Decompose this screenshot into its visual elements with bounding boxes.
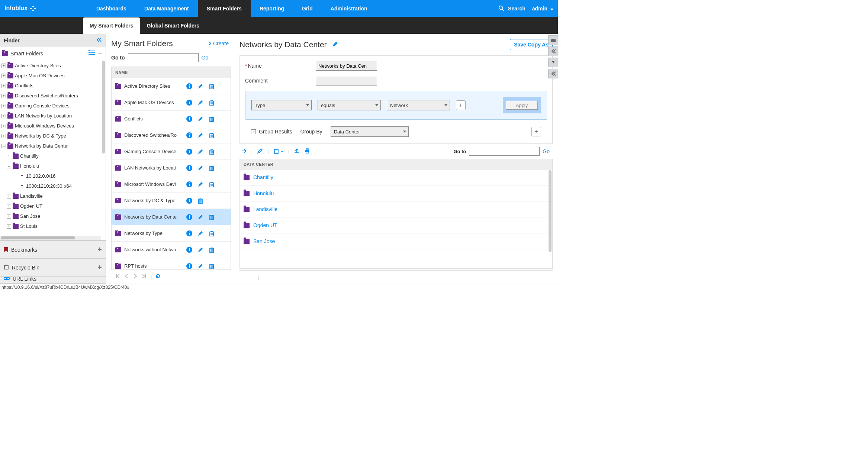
add-group-by-button[interactable]: +	[531, 127, 541, 136]
group-results-checkbox[interactable]: ✓	[251, 129, 256, 134]
result-row[interactable]: Chantilly	[240, 170, 552, 185]
edit-icon[interactable]	[197, 246, 204, 253]
tree-item[interactable]: +Active Directory Sites	[0, 61, 106, 71]
search-icon[interactable]	[499, 6, 504, 11]
info-icon[interactable]	[186, 230, 193, 237]
collapse-icon[interactable]: –	[1, 144, 6, 148]
collapse-all-icon[interactable]: –	[98, 52, 102, 55]
info-icon[interactable]	[186, 214, 193, 220]
result-link[interactable]: Honolulu	[253, 190, 274, 196]
collapse-side-icon[interactable]	[548, 46, 558, 56]
tree-item[interactable]: +Microsoft Windows Devices	[0, 121, 106, 131]
nav-grid[interactable]: Grid	[293, 0, 322, 17]
edit-icon[interactable]	[257, 148, 263, 155]
tree-item[interactable]: +LAN Networks by Location	[0, 111, 106, 121]
delete-menu-caret-icon[interactable]	[281, 149, 284, 154]
add-bookmark-icon[interactable]: +	[97, 245, 102, 254]
edit-icon[interactable]	[197, 230, 204, 237]
tree-item[interactable]: +Chantilly	[0, 151, 106, 161]
recycle-bin-section[interactable]: Recycle Bin +	[0, 258, 106, 276]
url-links-section[interactable]: URL Links	[0, 276, 106, 284]
result-row[interactable]: Landisville	[240, 201, 552, 217]
list-row[interactable]: Networks by Data Cente	[112, 209, 231, 225]
delete-icon[interactable]	[208, 116, 215, 122]
expand-icon[interactable]: +	[7, 154, 11, 158]
name-field[interactable]	[316, 61, 377, 71]
list-row[interactable]: Active Directory Sites	[112, 78, 231, 94]
tree-item[interactable]: +Gaming Console Devices	[0, 101, 106, 111]
tree-item[interactable]: +San Jose	[0, 211, 106, 221]
list-row[interactable]: Networks by DC & Type	[112, 193, 231, 209]
tab-global-smart-folders[interactable]: Global Smart Folders	[140, 17, 206, 34]
edit-icon[interactable]	[197, 263, 204, 269]
tree-item[interactable]: +Landisville	[0, 191, 106, 201]
result-link[interactable]: San Jose	[253, 238, 275, 244]
list-row[interactable]: Apple Mac OS Devices	[112, 94, 231, 111]
edit-icon[interactable]	[197, 99, 204, 106]
results-go-button[interactable]: Go	[543, 148, 550, 154]
list-row[interactable]: Gaming Console Device	[112, 143, 231, 160]
delete-icon[interactable]	[273, 148, 279, 155]
edit-icon[interactable]	[197, 83, 204, 90]
expand-icon[interactable]: +	[7, 224, 11, 229]
collapse-help-icon[interactable]	[548, 69, 558, 78]
edit-title-icon[interactable]	[332, 40, 338, 49]
next-page-icon[interactable]	[133, 274, 138, 280]
delete-icon[interactable]	[208, 263, 215, 269]
result-row[interactable]: Honolulu	[240, 185, 552, 201]
expand-icon[interactable]: +	[7, 194, 11, 198]
goto-input[interactable]	[128, 53, 199, 62]
info-icon[interactable]	[186, 181, 193, 188]
tab-my-smart-folders[interactable]: My Smart Folders	[83, 17, 140, 34]
goto-arrow-icon[interactable]	[241, 148, 247, 155]
results-scroll[interactable]	[549, 170, 552, 252]
list-row[interactable]: Microsoft Windows Devi	[112, 176, 231, 193]
edit-icon[interactable]	[197, 165, 204, 171]
nav-administration[interactable]: Administration	[322, 0, 376, 17]
tree-item[interactable]: +Discovered Switches/Routers	[0, 91, 106, 101]
tree-item[interactable]: –Honolulu	[0, 161, 106, 171]
nav-dashboards[interactable]: Dashboards	[87, 0, 135, 17]
expand-icon[interactable]: +	[1, 114, 6, 118]
edit-icon[interactable]	[197, 116, 204, 122]
export-icon[interactable]	[294, 148, 300, 155]
list-view-icon[interactable]	[89, 50, 95, 56]
list-row[interactable]: RPT hosts	[112, 258, 231, 269]
delete-icon[interactable]	[208, 132, 215, 139]
delete-icon[interactable]	[208, 148, 215, 155]
expand-icon[interactable]: +	[1, 104, 6, 108]
group-by-dropdown[interactable]: Data Center	[331, 126, 409, 137]
tree-scroll-horizontal[interactable]	[0, 236, 101, 240]
prev-page-icon[interactable]	[124, 274, 129, 280]
apply-button[interactable]: Apply	[506, 101, 538, 110]
results-col-header[interactable]: DATA CENTER	[240, 159, 552, 170]
delete-icon[interactable]	[208, 181, 215, 188]
tree-item[interactable]: +Networks by DC & Type	[0, 131, 106, 141]
info-icon[interactable]	[186, 83, 193, 90]
delete-icon[interactable]	[208, 230, 215, 237]
comment-field[interactable]	[316, 76, 377, 85]
user-menu[interactable]: admin	[529, 6, 553, 12]
nav-reporting[interactable]: Reporting	[251, 0, 293, 17]
expand-icon[interactable]: +	[1, 94, 6, 98]
toolbox-tab-icon[interactable]	[548, 35, 558, 45]
delete-icon[interactable]	[208, 83, 215, 90]
expand-icon[interactable]: +	[1, 134, 6, 138]
nav-data-management[interactable]: Data Management	[135, 0, 198, 17]
add-recycle-icon[interactable]: +	[97, 263, 102, 272]
delete-icon[interactable]	[208, 99, 215, 106]
expand-icon[interactable]: +	[1, 124, 6, 128]
filter-op-dropdown[interactable]: equals	[318, 100, 381, 110]
edit-icon[interactable]	[197, 181, 204, 188]
list-row[interactable]: Networks by Type	[112, 225, 231, 242]
edit-icon[interactable]	[197, 148, 204, 155]
finder-root-label[interactable]: Smart Folders	[10, 51, 43, 56]
edit-icon[interactable]	[197, 214, 204, 220]
delete-icon[interactable]	[208, 246, 215, 253]
delete-icon[interactable]	[208, 214, 215, 220]
result-row[interactable]: Ogden UT	[240, 217, 552, 233]
print-icon[interactable]	[304, 148, 310, 155]
nav-smart-folders[interactable]: Smart Folders	[198, 0, 251, 17]
info-icon[interactable]	[186, 263, 193, 269]
info-icon[interactable]	[186, 132, 193, 139]
